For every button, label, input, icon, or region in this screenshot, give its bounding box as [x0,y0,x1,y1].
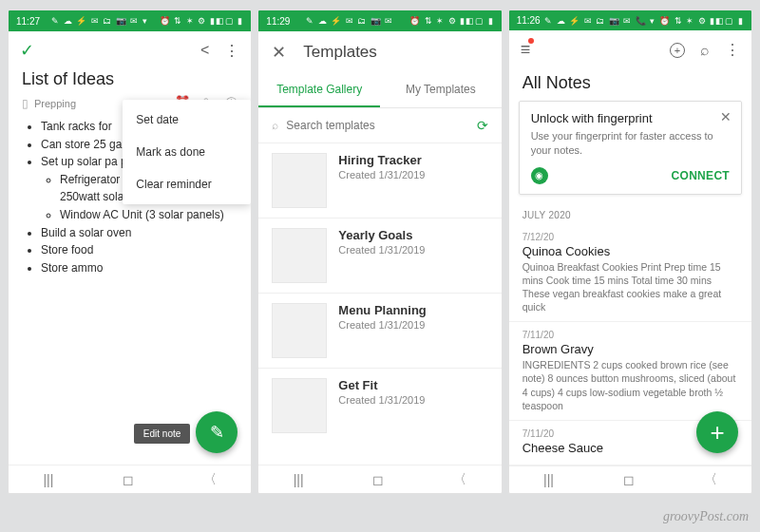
status-time: 11:29 [266,16,290,27]
note-date: 7/12/20 [522,232,738,242]
tab-my-templates[interactable]: My Templates [380,73,502,107]
template-item[interactable]: Menu Planning Created 1/31/2019 [258,293,501,368]
list-item: Build a solar oven [41,224,238,242]
templates-search-row: ⌕ ⟳ [258,108,501,142]
status-icons-left: ✎ ☁ ⚡ ✉ 🗂 📷 ✉ [306,16,393,26]
status-icons-right: ⏰ ⇅ ✶ ⚙ ▮◧▢ ▮ [659,16,744,26]
unlock-fingerprint-card: ✕ Unlock with fingerprint Use your finge… [519,101,742,195]
plus-icon: + [710,418,724,447]
menu-set-date[interactable]: Set date [123,104,251,136]
done-check-icon[interactable]: ✓ [20,40,34,61]
status-icons-left: ✎ ☁ ⚡ ✉ 🗂 📷 ✉ ▾ [51,16,148,26]
home-icon[interactable]: ◻ [372,472,384,487]
status-icons-left: ✎ ☁ ⚡ ✉ 🗂 📷 ✉ 📞 ▾ [544,16,656,26]
overflow-icon[interactable]: ⋮ [725,41,740,59]
template-item[interactable]: Get Fit Created 1/31/2019 [258,368,501,443]
connect-button[interactable]: CONNECT [672,169,730,182]
home-icon[interactable]: ◻ [123,472,134,487]
watermark: groovyPost.com [663,509,749,524]
refresh-icon[interactable]: ⟳ [477,118,488,133]
unlock-title: Unlock with fingerprint [531,111,730,125]
template-name: Hiring Tracker [338,153,425,167]
template-date: Created 1/31/2019 [338,169,425,180]
back-icon[interactable]: 〈 [453,471,466,488]
menu-mark-done[interactable]: Mark as done [123,136,251,168]
templates-topbar: ✕ Templates [258,31,501,73]
template-name: Get Fit [338,378,425,392]
template-date: Created 1/31/2019 [338,394,425,406]
status-bar: 11:26 ✎ ☁ ⚡ ✉ 🗂 📷 ✉ 📞 ▾ ⏰ ⇅ ✶ ⚙ ▮◧▢ ▮ [509,10,751,30]
panel-note-editor: 11:27 ✎ ☁ ⚡ ✉ 🗂 📷 ✉ ▾ ⏰ ⇅ ✶ ⚙ ▮◧▢ ▮ ✓ < … [8,10,252,494]
share-icon[interactable]: < [200,42,209,59]
edit-note-tooltip: Edit note [134,424,190,444]
new-icon[interactable]: + [670,43,685,58]
panel-all-notes: 11:26 ✎ ☁ ⚡ ✉ 🗂 📷 ✉ 📞 ▾ ⏰ ⇅ ✶ ⚙ ▮◧▢ ▮ ≡ … [508,10,752,494]
template-date: Created 1/31/2019 [338,319,426,331]
reminder-menu: Set date Mark as done Clear reminder [123,100,251,204]
notebook-name[interactable]: Prepping [34,98,76,109]
template-thumb [272,153,327,208]
page-title: All Notes [509,69,751,101]
template-item[interactable]: Yearly Goals Created 1/31/2019 [258,218,501,293]
home-icon[interactable]: ◻ [623,472,635,487]
new-note-fab[interactable]: + [696,411,738,453]
fingerprint-icon: ◉ [531,167,548,184]
back-icon[interactable]: 〈 [704,471,717,488]
template-thumb [272,303,327,358]
list-item: Store food [41,241,238,259]
note-date: 7/11/20 [522,330,738,340]
note-snippet: Quinoa Breakfast Cookies Print Prep time… [522,260,738,314]
unlock-text: Use your fingerprint for faster access t… [531,129,730,158]
template-thumb [272,378,327,433]
search-input[interactable] [286,119,468,132]
note-item[interactable]: 7/11/20 Brown Gravy INGREDIENTS 2 cups c… [509,322,751,421]
pencil-icon: ✎ [210,422,224,443]
status-icons-right: ⏰ ⇅ ✶ ⚙ ▮◧▢ ▮ [409,16,494,26]
recents-icon[interactable]: ||| [43,472,53,487]
list-item: Store ammo [41,259,238,277]
android-navbar: ||| ◻ 〈 [258,465,501,493]
template-name: Yearly Goals [338,228,425,242]
panel-templates: 11:29 ✎ ☁ ⚡ ✉ 🗂 📷 ✉ ⏰ ⇅ ✶ ⚙ ▮◧▢ ▮ ✕ Temp… [257,10,502,494]
status-bar: 11:27 ✎ ☁ ⚡ ✉ 🗂 📷 ✉ ▾ ⏰ ⇅ ✶ ⚙ ▮◧▢ ▮ [9,10,251,31]
status-time: 11:27 [16,16,40,27]
overflow-icon[interactable]: ⋮ [224,42,239,60]
template-date: Created 1/31/2019 [338,244,425,256]
close-icon[interactable]: ✕ [720,109,732,124]
search-icon: ⌕ [272,119,278,132]
template-list: Hiring Tracker Created 1/31/2019 Yearly … [258,142,501,465]
note-item[interactable]: 7/12/20 Quinoa Cookies Quinoa Breakfast … [509,224,751,323]
search-field[interactable]: ⌕ [272,119,468,132]
status-time: 11:26 [517,15,541,26]
status-bar: 11:29 ✎ ☁ ⚡ ✉ 🗂 📷 ✉ ⏰ ⇅ ✶ ⚙ ▮◧▢ ▮ [258,10,501,31]
note-snippet: INGREDIENTS 2 cups cooked brown rice (se… [522,358,738,412]
back-icon[interactable]: 〈 [203,471,217,488]
edit-fab[interactable]: ✎ [196,411,238,453]
close-icon[interactable]: ✕ [272,42,286,63]
notes-topbar: ≡ + ⌕ ⋮ [509,30,751,69]
menu-clear-reminder[interactable]: Clear reminder [123,168,251,200]
search-icon[interactable]: ⌕ [700,42,710,59]
template-item[interactable]: Hiring Tracker Created 1/31/2019 [258,142,501,218]
list-subitem: Window AC Unit (3 solar panels) [60,206,238,224]
tab-gallery[interactable]: Template Gallery [258,73,380,107]
note-title: Brown Gravy [522,342,738,356]
note-title: Quinoa Cookies [522,244,738,258]
template-name: Menu Planning [338,303,426,317]
templates-title: Templates [303,43,376,62]
templates-tabs: Template Gallery My Templates [258,73,501,108]
note-title[interactable]: List of Ideas [22,69,238,89]
status-icons-right: ⏰ ⇅ ✶ ⚙ ▮◧▢ ▮ [160,16,244,26]
template-thumb [272,228,327,283]
android-navbar: ||| ◻ 〈 [9,465,251,493]
notebook-icon: ▯ [22,97,28,110]
recents-icon[interactable]: ||| [543,472,554,487]
editor-topbar: ✓ < ⋮ [9,31,251,69]
menu-icon[interactable]: ≡ [521,40,531,60]
section-header: JULY 2020 [509,202,751,224]
android-navbar: ||| ◻ 〈 [509,466,751,493]
recents-icon[interactable]: ||| [294,472,304,487]
